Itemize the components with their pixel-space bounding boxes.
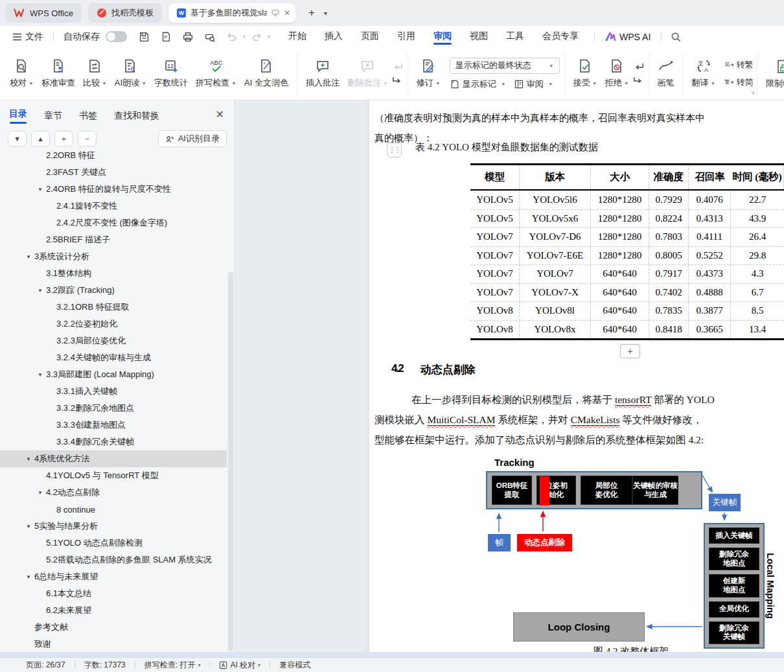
toc-item[interactable]: ▼ 6总结与未来展望 <box>0 568 227 585</box>
menu-item[interactable]: 视图 <box>461 27 497 46</box>
autosave-control[interactable]: 自动保存 <box>58 26 133 47</box>
toc-item[interactable]: ▼ 2.4ORB 特征的旋转与尺度不变性 <box>0 181 227 198</box>
sidebar-tab[interactable]: 书签 <box>79 108 97 122</box>
menu-item[interactable]: 工具 <box>497 27 533 46</box>
ai-polish-button[interactable]: AI 全文润色 <box>240 57 292 90</box>
menu-item[interactable]: 审阅 <box>424 27 461 46</box>
tab-docer-templates[interactable]: 找稻壳模板 <box>88 3 162 23</box>
horizontal-scrollbar[interactable] <box>0 652 784 657</box>
to-simplified-button[interactable]: 繁 转简 <box>724 76 754 88</box>
review-pane-button[interactable]: 审阅▼ <box>514 78 553 90</box>
tab-wps-home[interactable]: WPS Office <box>5 3 82 23</box>
toc-item[interactable]: ▼ 致谢 <box>0 636 227 653</box>
translate-button[interactable]: 文A 翻译▼ <box>688 57 720 90</box>
insert-comment-button[interactable]: 插入批注 <box>302 57 343 90</box>
table-drag-handle-icon[interactable]: ⋮⋮ <box>387 143 402 157</box>
toc-item[interactable]: ▼ 3.2.4关键帧的审核与生成 <box>0 349 227 366</box>
spell-check-status[interactable]: 拼写检查: 打开 ▾ <box>144 660 201 671</box>
save-button[interactable] <box>133 31 155 43</box>
collapse-all-button[interactable]: ▾ <box>8 131 27 146</box>
export-pdf-button[interactable]: P <box>155 31 177 43</box>
toc-item[interactable]: ▼ 3.2.1ORB 特征提取 <box>0 299 227 316</box>
menu-item[interactable]: 页面 <box>352 27 388 46</box>
toc-item[interactable]: ▼ 5.1YOLO 动态点剔除检测 <box>0 535 227 551</box>
toc-item[interactable]: ▼ 参考文献 <box>0 619 227 636</box>
standard-review-button[interactable]: 标准审查 <box>38 57 79 90</box>
word-count-button[interactable]: 12 字数统计 <box>150 57 192 90</box>
to-traditional-button[interactable]: 简 转繁 <box>724 59 754 71</box>
next-change-icon[interactable] <box>633 76 644 85</box>
print-button[interactable] <box>177 31 199 43</box>
autosave-toggle[interactable] <box>106 31 127 42</box>
toc-item[interactable]: ▼ 2.3FAST 关键点 <box>0 164 227 181</box>
toc-item[interactable]: ▼ 3.3.2删除冗余地图点 <box>0 400 227 417</box>
menu-item[interactable]: 会员专享 <box>533 27 588 46</box>
file-menu[interactable]: 文件 <box>6 26 49 47</box>
toc-item[interactable]: ▼ 3.2.2位姿初始化 <box>0 316 227 332</box>
toc-expand-icon[interactable]: ▼ <box>38 490 46 496</box>
toc-item[interactable]: ▼ 3.3.1插入关键帧 <box>0 383 227 400</box>
toc-item[interactable]: ▼ 3.3.3创建新地图点 <box>0 417 227 434</box>
toc-item[interactable]: ▼ 3.2跟踪 (Tracking) <box>0 282 227 299</box>
menu-item[interactable]: 插入 <box>316 27 352 46</box>
restrict-edit-button[interactable]: 限制编辑 <box>762 58 784 91</box>
sidebar-scrollbar[interactable] <box>227 272 234 651</box>
toc-item[interactable]: ▼ 3系统设计分析 <box>0 248 227 265</box>
toc-item[interactable]: ▼ 3.3.4删除冗余关键帧 <box>0 434 227 450</box>
search-icon[interactable] <box>665 32 686 42</box>
toc-item[interactable]: ▼ 3.1整体结构 <box>0 265 227 282</box>
reject-button[interactable]: 拒绝▼ <box>601 57 633 90</box>
tab-document-active[interactable]: W 基于多鱼眼的视觉slam系统 与 ✕ <box>168 3 295 23</box>
sidebar-tab[interactable]: 查找和替换 <box>114 108 159 122</box>
sidebar-scrollbar-thumb[interactable] <box>228 272 233 651</box>
spell-check-button[interactable]: ABC 拼写检查▼ <box>192 57 240 90</box>
next-comment-icon[interactable] <box>392 76 403 85</box>
group-expand-icon[interactable]: ↘ <box>750 89 755 95</box>
ai-read-button[interactable]: AI朗读▼ <box>111 57 150 90</box>
sidebar-close-icon[interactable]: ✕ <box>216 108 224 121</box>
tab-list-chevron-icon[interactable]: ▾ <box>321 10 330 17</box>
toc-expand-icon[interactable]: ▼ <box>26 524 34 529</box>
menu-item[interactable]: 开始 <box>279 27 316 46</box>
ai-proofread-status[interactable]: AI 校对 ▾ <box>219 660 260 671</box>
close-tab-icon[interactable]: ✕ <box>284 8 290 17</box>
proofread-button[interactable]: 校对▼ <box>6 57 38 90</box>
toc-expand-icon[interactable]: ▼ <box>38 372 46 378</box>
track-changes-button[interactable]: 修订▼ <box>413 57 444 90</box>
toc-expand-icon[interactable]: ▼ <box>38 288 46 294</box>
toc-expand-icon[interactable]: ▼ <box>26 574 34 580</box>
toc-expand-icon[interactable]: ▼ <box>26 254 34 260</box>
compare-button[interactable]: 比较▼ <box>79 57 111 90</box>
toc-expand-icon[interactable]: ▼ <box>26 456 34 462</box>
pen-button[interactable]: 画笔 <box>654 57 678 90</box>
toc-item[interactable]: ▼ 4.2动态点剔除 <box>0 484 227 501</box>
new-tab-button[interactable]: + <box>302 6 321 19</box>
previous-change-icon[interactable] <box>633 62 644 71</box>
toc-item[interactable]: ▼ 6.1本文总结 <box>0 585 227 602</box>
toc-item[interactable]: ▼ 3.2.3局部位姿优化 <box>0 332 227 349</box>
show-markup-button[interactable]: 显示标记▼ <box>450 78 506 90</box>
toc-item[interactable]: ▼ 2.5BRIEF 描述子 <box>0 231 227 248</box>
sidebar-tab[interactable]: 章节 <box>44 108 62 122</box>
accept-button[interactable]: 接受▼ <box>570 57 601 90</box>
toc-item[interactable]: ▼ 3.3局部建图 (Local Mapping) <box>0 366 227 383</box>
toc-item[interactable]: ▼ 5.2搭载动态点剔除的多鱼眼 SLAM 系统实况 <box>0 551 227 568</box>
expand-all-button[interactable]: ▴ <box>31 131 50 146</box>
monitor-icon[interactable] <box>271 9 279 17</box>
toc-item[interactable]: ▼ 4.1YOLOv5 与 TensorRT 模型 <box>0 467 227 484</box>
ai-detect-toc-button[interactable]: AI识别目录 <box>158 130 227 147</box>
toc-item[interactable]: ▼ 2.4.2尺度不变性 (图像金字塔) <box>0 214 227 231</box>
toc-item[interactable]: ▼ 5实验与结果分析 <box>0 518 227 535</box>
yolo-test-data-table[interactable]: 模型版本大小准确度召回率时间 (毫秒) YOLOv5YOLOv5l61280*1… <box>470 163 784 340</box>
zoom-out-outline-button[interactable]: － <box>78 131 97 146</box>
toc-item[interactable]: ▼ 4系统优化方法 <box>0 450 227 467</box>
toc-item[interactable]: ▼ 2.2ORB 特征 <box>0 147 227 164</box>
markup-state-dropdown[interactable]: 显示标记的最终状态 ▼ <box>450 58 560 74</box>
toc-item[interactable]: ▼ 6.2未来展望 <box>0 602 227 619</box>
sidebar-tab[interactable]: 目录 <box>9 106 27 124</box>
menu-item[interactable]: 引用 <box>388 27 424 46</box>
print-preview-button[interactable] <box>199 31 221 43</box>
zoom-in-outline-button[interactable]: ＋ <box>54 131 73 146</box>
toc-expand-icon[interactable]: ▼ <box>38 187 46 192</box>
toc-item[interactable]: ▼ 2.4.1旋转不变性 <box>0 198 227 214</box>
